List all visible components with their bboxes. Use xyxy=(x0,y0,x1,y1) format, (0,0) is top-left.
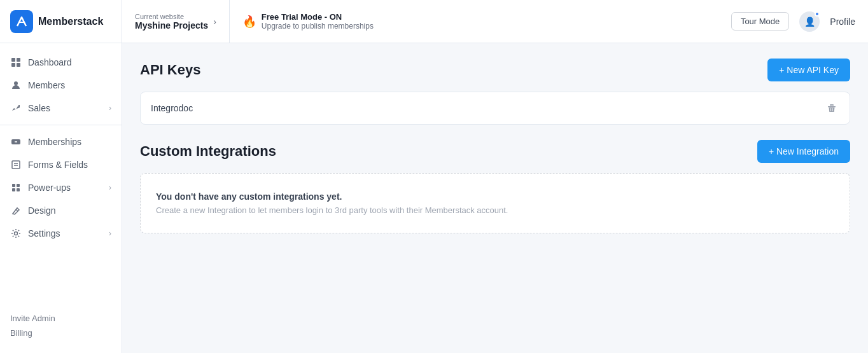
api-keys-header: API Keys + New API Key xyxy=(140,59,850,81)
logo-area[interactable]: Memberstack xyxy=(0,0,122,43)
svg-line-13 xyxy=(16,209,18,211)
powerups-chevron-icon: › xyxy=(109,183,111,192)
sidebar-divider-1 xyxy=(0,125,122,125)
sidebar-label-power-ups: Power-ups xyxy=(28,183,71,193)
sidebar-item-members[interactable]: Members xyxy=(0,74,122,97)
svg-rect-6 xyxy=(12,161,20,169)
svg-rect-15 xyxy=(828,106,836,107)
current-site-label: Current website xyxy=(135,13,208,20)
delete-api-key-button[interactable] xyxy=(824,100,839,116)
svg-rect-11 xyxy=(12,188,15,191)
new-integration-button[interactable]: + New Integration xyxy=(757,140,850,163)
dashboard-icon xyxy=(10,57,22,68)
sidebar-item-settings[interactable]: Settings › xyxy=(0,222,122,245)
svg-rect-3 xyxy=(17,63,20,67)
trash-icon xyxy=(827,103,837,113)
svg-rect-9 xyxy=(12,184,15,187)
sidebar-label-memberships: Memberships xyxy=(28,137,81,147)
sidebar-label-settings: Settings xyxy=(28,228,60,239)
current-site-name: Myshine Projects xyxy=(135,20,208,31)
current-site-selector[interactable]: Current website Myshine Projects › xyxy=(122,0,230,43)
invite-admin-link[interactable]: Invite Admin xyxy=(10,311,111,326)
sidebar-item-sales[interactable]: Sales › xyxy=(0,97,122,120)
logo-icon xyxy=(10,10,33,33)
powerups-icon xyxy=(10,182,22,193)
svg-rect-2 xyxy=(11,63,15,67)
profile-button[interactable]: Profile xyxy=(830,17,855,27)
trial-subtitle: Upgrade to publish memberships xyxy=(262,22,374,31)
settings-chevron-icon: › xyxy=(109,229,111,238)
trial-banner: 🔥 Free Trial Mode - ON Upgrade to publis… xyxy=(230,12,718,31)
chevron-right-icon: › xyxy=(213,17,216,27)
sidebar-label-dashboard: Dashboard xyxy=(28,57,72,67)
custom-integrations-section: Custom Integrations + New Integration Yo… xyxy=(140,140,850,233)
api-key-row: Integrodoc xyxy=(140,92,850,125)
memberships-icon xyxy=(10,136,22,148)
topbar: Memberstack Current website Myshine Proj… xyxy=(0,0,868,43)
avatar-icon: 👤 xyxy=(804,17,815,27)
trial-title: Free Trial Mode - ON xyxy=(262,12,374,22)
sidebar-item-memberships[interactable]: Memberships xyxy=(0,130,122,153)
svg-rect-10 xyxy=(17,184,20,187)
svg-point-4 xyxy=(14,81,18,85)
members-icon xyxy=(10,80,22,91)
design-icon xyxy=(10,205,22,216)
tour-mode-button[interactable]: Tour Mode xyxy=(731,12,789,31)
sidebar-label-members: Members xyxy=(28,80,65,90)
main-content: API Keys + New API Key Integrodoc Custom… xyxy=(122,43,868,353)
sidebar-item-forms-fields[interactable]: Forms & Fields xyxy=(0,153,122,176)
integrations-header: Custom Integrations + New Integration xyxy=(140,140,850,163)
avatar[interactable]: 👤 xyxy=(799,11,820,32)
api-keys-title: API Keys xyxy=(140,62,200,78)
svg-rect-1 xyxy=(17,58,20,62)
main-layout: Dashboard Members Sales › Memberships xyxy=(0,43,868,353)
sidebar-footer: Invite Admin Billing xyxy=(0,306,122,345)
svg-rect-0 xyxy=(11,58,15,62)
forms-icon xyxy=(10,159,22,170)
sidebar-item-dashboard[interactable]: Dashboard xyxy=(0,51,122,74)
billing-link[interactable]: Billing xyxy=(10,326,111,340)
empty-state-subtitle: Create a new Integration to let members … xyxy=(156,205,834,215)
topbar-right: Tour Mode 👤 Profile xyxy=(718,11,868,32)
sales-icon xyxy=(10,102,22,114)
svg-point-14 xyxy=(15,232,18,235)
empty-state-title: You don't have any custom integrations y… xyxy=(156,191,834,202)
settings-icon xyxy=(10,228,22,239)
sidebar: Dashboard Members Sales › Memberships xyxy=(0,43,122,353)
avatar-dot xyxy=(815,11,820,17)
svg-rect-12 xyxy=(17,188,20,191)
integrations-title: Custom Integrations xyxy=(140,143,276,160)
sidebar-item-power-ups[interactable]: Power-ups › xyxy=(0,176,122,199)
new-api-key-button[interactable]: + New API Key xyxy=(767,59,850,81)
sales-chevron-icon: › xyxy=(109,104,111,113)
trial-icon: 🔥 xyxy=(242,15,256,29)
sidebar-label-forms-fields: Forms & Fields xyxy=(28,160,88,170)
integrations-empty-state: You don't have any custom integrations y… xyxy=(140,173,850,233)
sidebar-label-design: Design xyxy=(28,205,56,216)
api-key-name: Integrodoc xyxy=(151,103,824,113)
app-name: Memberstack xyxy=(38,16,103,27)
sidebar-item-design[interactable]: Design xyxy=(0,199,122,222)
sidebar-label-sales: Sales xyxy=(28,103,50,113)
